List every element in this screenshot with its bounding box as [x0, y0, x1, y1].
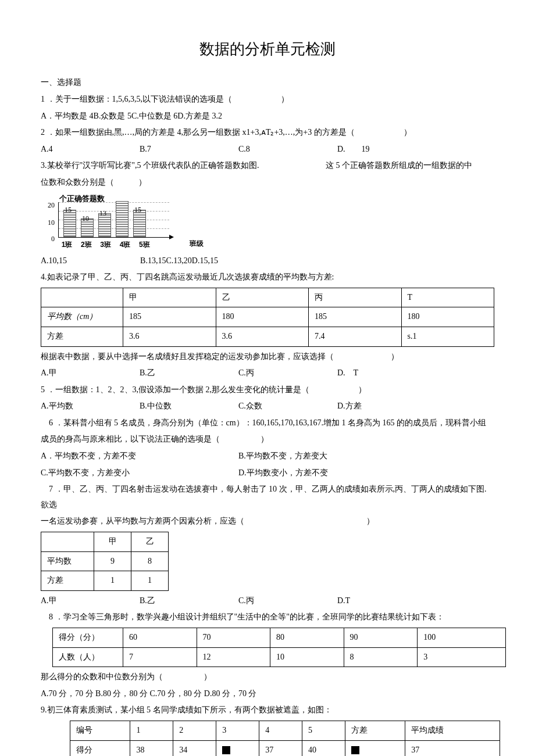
xl-4: 4班 — [116, 238, 134, 252]
q3-stem-2: 位数和众数分别是（ ） — [41, 175, 494, 191]
hidden-block-icon — [222, 746, 230, 754]
q8-post: 那么得分的众数和中位数分别为（ ） — [41, 669, 494, 685]
q4-opt-a: A.甲 — [41, 366, 140, 381]
cell: 7 — [123, 647, 197, 667]
cell: 185 — [309, 307, 402, 327]
chart-grid: 15 10 13 15 — [58, 202, 169, 238]
q4-table: 甲 乙 丙 T 平均数（cm） 185 180 185 180 方差 3.6 3… — [41, 288, 494, 347]
q7-opt-a: A.甲 — [41, 593, 140, 609]
q3-stem-right: 这 5 个正确答题数所组成的一组数据的中 — [326, 158, 494, 174]
table-row: 方差 1 1 — [41, 571, 169, 591]
table-row: 人数（人） 7 12 10 8 3 — [53, 647, 506, 667]
q6-opt-a: A．平均数不变，方差不变 — [41, 449, 238, 464]
q7-stem-2: 一名运发动参赛，从平均数与方差两个因素分析，应选（ ） — [41, 514, 494, 529]
q6-opt-c: C.平均数不变，方差变小 — [41, 465, 238, 481]
q8-table: 得分（分） 60 70 80 90 100 人数（人） 7 12 10 8 3 — [52, 628, 506, 667]
table-row: 得分 38 34 37 40 37 — [70, 740, 500, 756]
axis-arrow-icon — [169, 235, 174, 239]
bar-2-label: 10 — [82, 212, 89, 225]
q7-opt-b: B.乙 — [140, 593, 238, 609]
table-row: 编号 1 2 3 4 5 方差 平均成绩 — [70, 721, 500, 740]
cell: 方差 — [345, 721, 405, 740]
cell: 9 — [94, 551, 131, 571]
q6-stem-2: 成员的身高与原来相比，以下说法正确的选项是（ ） — [41, 432, 494, 447]
table-row: 平均数 9 8 — [41, 551, 169, 571]
cell: 甲 — [123, 288, 216, 307]
cell: 5 — [302, 721, 345, 740]
table-row: 甲 乙 丙 T — [41, 288, 494, 307]
xl-2: 2班 — [77, 238, 95, 252]
q1-options: A．平均数是 4B.众数是 5C.中位数是 6D.方差是 3.2 — [41, 109, 494, 124]
cell: s.1 — [401, 327, 494, 346]
ytick-0: 0 — [41, 232, 55, 246]
hidden-block-icon — [351, 746, 359, 754]
x-axis-name: 班级 — [190, 237, 204, 250]
cell: 3 — [216, 721, 259, 740]
table-row: 甲 乙 — [41, 532, 169, 552]
cell: 人数（人） — [53, 647, 123, 667]
page-title: 数据的分析单元检测 — [41, 35, 494, 63]
bar-5-label: 15 — [134, 203, 141, 217]
table-row: 得分（分） 60 70 80 90 100 — [53, 628, 506, 648]
cell: 3 — [418, 647, 506, 667]
q5-opt-c: C.众数 — [238, 399, 337, 414]
cell: 平均数 — [41, 551, 94, 571]
cell: 甲 — [94, 532, 131, 552]
x-labels: 1班 2班 3班 4班 5班 — [58, 238, 153, 252]
cell: 37 — [259, 740, 302, 756]
cell: 38 — [130, 740, 173, 756]
cell: 方差 — [41, 571, 94, 591]
q2-opt-d: D. 19 — [337, 142, 436, 157]
q7-opt-c: C.丙 — [238, 593, 337, 609]
table-row: 平均数（cm） 185 180 185 180 — [41, 307, 494, 327]
cell: 3.6 — [216, 327, 309, 346]
cell: 1 — [131, 571, 169, 591]
q4-options: A.甲 B.乙 C.丙 D. T — [41, 366, 494, 381]
q4-opt-c: C.丙 — [238, 366, 337, 381]
table-row: 方差 3.6 3.6 7.4 s.1 — [41, 327, 494, 346]
q2-opt-a: A.4 — [41, 142, 140, 157]
cell: T — [401, 288, 494, 307]
cell: 60 — [123, 628, 197, 648]
q5-opt-b: B.中位数 — [140, 399, 238, 414]
cell: 得分 — [70, 740, 130, 756]
q9-stem: 9.初三体育素质测试，某小组 5 名同学成绩如下所示，有两个数据被遮盖，如图： — [41, 703, 494, 718]
cell: 丙 — [309, 288, 402, 307]
cell: 10 — [270, 647, 344, 667]
bar-4 — [116, 201, 129, 237]
cell: 编号 — [70, 721, 130, 740]
cell: 90 — [344, 628, 418, 648]
xl-1: 1班 — [58, 238, 76, 252]
cell: 3.6 — [123, 327, 216, 346]
cell: 乙 — [216, 288, 309, 307]
xl-5: 5班 — [135, 238, 153, 252]
cell: 40 — [302, 740, 345, 756]
cell: 平均成绩 — [405, 721, 500, 740]
q4-opt-b: B.乙 — [140, 366, 238, 381]
q1-stem: 1 ．关于一组数据：1,5,6,3,5,以下说法错误的选项是（ ） — [41, 92, 494, 108]
cell — [216, 740, 259, 756]
q2-options: A.4 B.7 C.8 D. 19 — [41, 142, 494, 157]
cell — [345, 740, 405, 756]
q6-opt-b: B.平均数不变，方差变大 — [238, 449, 327, 464]
q6-opt-d: D.平均数变小，方差不变 — [238, 465, 328, 481]
cell: 乙 — [131, 532, 169, 552]
q7-options: A.甲 B.乙 C.丙 D.T — [41, 593, 494, 609]
bar-3-label: 13 — [99, 207, 106, 220]
q2-stem: 2 ．如果一组数据由,黑,…,局的方差是 4,那么另一组数据 x1+3,ᴀT₂+… — [41, 125, 494, 141]
q5-opt-a: A.平均数 — [41, 399, 140, 414]
q2-opt-b: B.7 — [140, 142, 238, 157]
q3-options: A.10,15 B.13,15C.13,20D.15,15 — [41, 253, 494, 269]
bar-1-label: 15 — [65, 203, 72, 217]
q9-table: 编号 1 2 3 4 5 方差 平均成绩 得分 38 34 37 40 37 — [70, 721, 500, 756]
q5-options: A.平均数 B.中位数 C.众数 D.方差 — [41, 399, 494, 414]
cell: 80 — [270, 628, 344, 648]
q7-table: 甲 乙 平均数 9 8 方差 1 1 — [41, 532, 169, 591]
q5-stem: 5 ．一组数据：1、2、2、3,假设添加一个数据 2,那么发生变化的统计量是（ … — [41, 382, 494, 398]
cell: 7.4 — [309, 327, 402, 346]
q6-options-row2: C.平均数不变，方差变小 D.平均数变小，方差不变 — [41, 465, 494, 481]
cell: 37 — [405, 740, 500, 756]
cell: 12 — [197, 647, 270, 667]
q3-stem-row: 3.某校举行"汉字听写比赛",5 个班级代表队的正确答题数如图. 这 5 个正确… — [41, 158, 494, 174]
cell: 1 — [130, 721, 173, 740]
